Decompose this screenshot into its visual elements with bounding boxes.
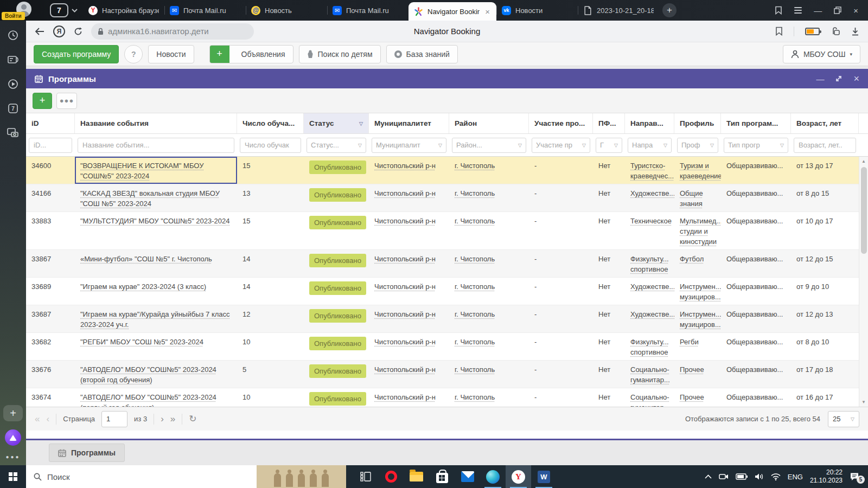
cell-event-name[interactable]: "МУЛЬТСТУДИЯ" МБОУ "СОШ№5" 2023-2024 [75, 212, 237, 249]
cell-event-name[interactable]: "РЕГБИ" МБОУ "СОШ №5" 2023-2024 [75, 333, 237, 360]
language-indicator[interactable]: ENG [788, 473, 803, 481]
tab-mailru-2[interactable]: ✉ Почта Mail.ru [327, 0, 409, 21]
mail-app-icon[interactable] [455, 465, 480, 488]
sidebar-add-button[interactable]: + [3, 405, 23, 421]
tab-counter[interactable]: 7 [50, 3, 78, 17]
account-button[interactable]: МБОУ СОШ ▾ [783, 45, 860, 63]
table-row[interactable]: 34600 "ВОЗВРАЩЕНИЕ К ИСТОКАМ" МБОУ "СОШ№… [26, 157, 868, 184]
refresh-icon[interactable]: ↻ [189, 414, 196, 423]
cell-profile[interactable]: Туризм и краеведение [674, 157, 721, 184]
cell-municipality[interactable]: Чистопольский р-н [369, 305, 449, 332]
tab-browser-settings[interactable]: Y Настройка браузер [83, 0, 164, 21]
meet-now-icon[interactable] [719, 473, 729, 480]
column-filter-select[interactable]: Участие пр ▽ [532, 138, 590, 153]
back-icon[interactable] [35, 28, 44, 35]
extensions-icon[interactable] [831, 27, 840, 36]
feed-icon[interactable] [7, 54, 19, 66]
file-explorer-icon[interactable] [404, 465, 429, 488]
column-filter-select[interactable]: Напра ▽ [628, 138, 672, 153]
table-row[interactable]: 34166 "КАСКАД ЗВЕЗД" вокальная студия МБ… [26, 184, 868, 212]
cell-district[interactable]: г. Чистополь [449, 388, 529, 407]
window-titlebar[interactable]: Программы — × [26, 69, 868, 88]
column-filter-select[interactable]: Г ▽ [596, 138, 622, 153]
tab-news-1[interactable]: @ Новость [246, 0, 327, 21]
prev-page-icon[interactable]: ‹ [46, 414, 49, 423]
last-page-icon[interactable]: » [170, 414, 175, 423]
cell-district[interactable]: г. Чистополь [449, 278, 529, 305]
login-badge[interactable]: Войти [2, 12, 25, 20]
tab-document[interactable]: 2023-10-21_20-18- [578, 0, 659, 21]
table-row[interactable]: 33676 "АВТОДЕЛО" МБОУ "СОШ№5" 2023-2024 … [26, 361, 868, 388]
tab-counter-value[interactable]: 7 [50, 3, 68, 17]
volume-icon[interactable] [755, 473, 764, 480]
cell-district[interactable]: г. Чистополь [449, 212, 529, 249]
cell-profile[interactable]: Прочее [674, 361, 721, 388]
search-decoration-image[interactable] [257, 465, 346, 488]
cell-event-name[interactable]: "Играем на курае"/Курайда уйныйбыз 7 кла… [75, 305, 237, 332]
column-filter-select[interactable]: Муниципалит ▽ [372, 138, 446, 153]
cell-direction[interactable]: Техническое [625, 212, 674, 249]
tab-vk-news[interactable]: vk Новости [496, 0, 578, 21]
cell-event-name[interactable]: «Мини-футбол» "СОШ №5" г. Чистополь [75, 250, 237, 277]
bookmark-icon[interactable] [775, 27, 783, 36]
tab-close-icon[interactable]: × [484, 7, 491, 16]
announcements-button[interactable]: + Объявления [209, 45, 293, 63]
reload-icon[interactable] [74, 27, 82, 36]
restore-window-icon[interactable] [834, 7, 841, 14]
battery-saver-icon[interactable] [805, 28, 820, 35]
page-size-select[interactable]: 25 ▽ [828, 411, 859, 427]
cell-municipality[interactable]: Чистопольский р-н [369, 278, 449, 305]
alice-assistant-icon[interactable] [5, 429, 21, 446]
cell-profile[interactable]: Прочее [674, 388, 721, 407]
cell-district[interactable]: г. Чистополь [449, 361, 529, 388]
column-header[interactable]: ПФ... ▽ [593, 113, 625, 133]
column-header[interactable]: Возраст, лет ▽ [791, 113, 859, 133]
column-header[interactable]: Статус ▽ [304, 113, 369, 133]
start-button[interactable] [0, 465, 26, 488]
cell-direction[interactable]: Художестве... [625, 278, 674, 305]
edge-icon[interactable] [480, 465, 506, 488]
column-header[interactable]: Район ▽ [449, 113, 529, 133]
word-icon[interactable]: W [531, 465, 557, 488]
more-actions-button[interactable]: ●●● [56, 93, 77, 109]
help-button[interactable]: ? [124, 45, 143, 63]
first-page-icon[interactable]: « [35, 414, 40, 423]
column-header[interactable]: iD ▽ [26, 113, 75, 133]
cell-direction[interactable]: Художестве... [625, 184, 674, 211]
video-icon[interactable] [7, 78, 19, 90]
tabs-panel-icon[interactable]: 7 [7, 102, 19, 114]
cell-direction[interactable]: Социально- гуманитар... [625, 361, 674, 388]
opera-icon[interactable] [378, 465, 404, 488]
column-header[interactable]: Число обуча... ▽ [237, 113, 304, 133]
cell-profile[interactable]: Общие знания [674, 184, 721, 211]
task-view-button[interactable] [353, 465, 378, 488]
column-filter-select[interactable]: Район... ▽ [452, 138, 526, 153]
table-row[interactable]: 33687 "Играем на курае"/Курайда уйныйбыз… [26, 305, 868, 333]
cell-event-name[interactable]: "АВТОДЕЛО" МБОУ "СОШ№5" 2023-2024 (первы… [75, 388, 237, 407]
side-panel-icon[interactable] [775, 6, 782, 15]
cell-event-name[interactable]: "ВОЗВРАЩЕНИЕ К ИСТОКАМ" МБОУ "СОШ№5" 202… [75, 157, 237, 184]
cell-event-name[interactable]: "Играем на курае" 2023-2024 (3 класс) [75, 278, 237, 305]
address-bar[interactable]: админка16.навигатор.дети [91, 23, 254, 40]
window-minimize-icon[interactable]: — [816, 74, 824, 84]
clock[interactable]: 20:22 21.10.2023 [810, 468, 843, 485]
wifi-icon[interactable] [771, 473, 781, 480]
battery-tray-icon[interactable] [736, 473, 748, 480]
vertical-scrollbar[interactable]: ▲ ▼ [859, 157, 868, 407]
cell-profile[interactable]: Футбол [674, 250, 721, 277]
column-filter-select[interactable]: Проф ▽ [677, 138, 718, 153]
cell-municipality[interactable]: Чистопольский р-н [369, 361, 449, 388]
column-header[interactable]: Тип програм... ▽ [721, 113, 791, 133]
cell-district[interactable]: г. Чистополь [449, 250, 529, 277]
cell-direction[interactable]: Социально- гуманитар... [625, 388, 674, 407]
cell-profile[interactable]: Регби [674, 333, 721, 360]
hidden-icons-chevron[interactable] [705, 474, 712, 479]
sidebar-more-icon[interactable]: ●●● [5, 454, 20, 460]
tab-navigator-active[interactable]: Navigator Bookin × [409, 2, 496, 21]
programs-task-button[interactable]: Программы [49, 444, 125, 462]
scrollbar-thumb[interactable] [861, 167, 867, 254]
table-row[interactable]: 33682 "РЕГБИ" МБОУ "СОШ №5" 2023-2024 10… [26, 333, 868, 361]
child-search-button[interactable]: Поиск по детям [299, 45, 381, 63]
window-maximize-icon[interactable] [835, 75, 843, 82]
column-header[interactable]: Направ... ▽ [625, 113, 674, 133]
